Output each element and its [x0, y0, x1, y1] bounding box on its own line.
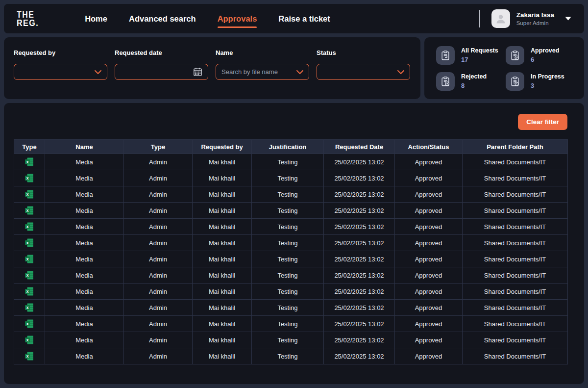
svg-text:x: x: [26, 289, 29, 294]
col-requested-date: Requested Date: [324, 140, 395, 154]
clipboard-progress-icon: [506, 72, 524, 91]
stat-text: Rejected 8: [461, 73, 487, 89]
requested-by-cell: Mai khalil: [193, 170, 252, 186]
filter-status: Status: [317, 49, 410, 99]
excel-file-icon: x: [24, 238, 34, 248]
table-toolbar: Clear filter: [14, 114, 574, 130]
requested-by-select[interactable]: [14, 64, 107, 80]
table-row[interactable]: x Media Admin Mai khalil Testing 25/02/2…: [14, 170, 568, 186]
excel-file-icon: x: [24, 286, 34, 296]
justification-cell: Testing: [252, 219, 324, 235]
requested-date-input[interactable]: [115, 64, 208, 80]
type-cell: Admin: [124, 267, 193, 284]
file-type-cell: x: [14, 186, 45, 203]
requested-date-cell: 25/02/2025 13:02: [324, 348, 395, 364]
stat-label: Rejected: [461, 73, 487, 80]
parent-folder-path-cell: Shared Documents/IT: [463, 300, 568, 316]
clear-filter-button[interactable]: Clear filter: [518, 114, 567, 130]
name-cell: Media: [45, 203, 124, 219]
type-cell: Admin: [124, 332, 193, 348]
col-requested-by: Requested by: [193, 140, 252, 154]
justification-cell: Testing: [252, 300, 324, 316]
nav-item-approvals[interactable]: Approvals: [218, 14, 257, 24]
name-cell: Media: [45, 284, 124, 300]
user-name: Zakaria Issa: [516, 11, 554, 19]
requested-by-label: Requested by: [14, 49, 107, 56]
requested-date-cell: 25/02/2025 13:02: [324, 203, 395, 219]
requested-by-cell: Mai khalil: [193, 186, 252, 203]
svg-text:x: x: [26, 176, 29, 181]
brand-logo[interactable]: THE REG.: [17, 10, 39, 27]
caret-down-icon[interactable]: [565, 17, 571, 21]
parent-folder-path-cell: Shared Documents/IT: [463, 203, 568, 219]
nav-item-home[interactable]: Home: [85, 14, 107, 24]
col-name: Name: [45, 140, 124, 154]
requested-date-cell: 25/02/2025 13:02: [324, 316, 395, 332]
nav-item-advanced-search[interactable]: Advanced search: [129, 14, 196, 24]
stats-panel: All Requests 17 Approved 6: [424, 37, 584, 99]
file-type-cell: x: [14, 170, 45, 186]
table-row[interactable]: x Media Admin Mai khalil Testing 25/02/2…: [14, 154, 568, 170]
status-cell: Approved: [395, 284, 463, 300]
status-cell: Approved: [395, 348, 463, 364]
status-select[interactable]: [317, 64, 410, 80]
table-row[interactable]: x Media Admin Mai khalil Testing 25/02/2…: [14, 284, 568, 300]
excel-file-icon: x: [24, 270, 34, 280]
justification-cell: Testing: [252, 332, 324, 348]
col-type-icon: Type: [14, 140, 45, 154]
excel-file-icon: x: [24, 319, 34, 329]
requested-by-cell: Mai khalil: [193, 316, 252, 332]
approvals-table: Type Name Type Requested by Justificatio…: [14, 139, 568, 364]
type-cell: Admin: [124, 235, 193, 251]
table-row[interactable]: x Media Admin Mai khalil Testing 25/02/2…: [14, 186, 568, 203]
type-cell: Admin: [124, 203, 193, 219]
type-cell: Admin: [124, 348, 193, 364]
name-search-input[interactable]: [221, 68, 294, 76]
status-cell: Approved: [395, 300, 463, 316]
table-row[interactable]: x Media Admin Mai khalil Testing 25/02/2…: [14, 332, 568, 348]
justification-cell: Testing: [252, 284, 324, 300]
svg-text:x: x: [26, 354, 29, 359]
calendar-icon: [193, 67, 202, 77]
justification-cell: Testing: [252, 235, 324, 251]
svg-text:x: x: [26, 305, 29, 310]
excel-file-icon: x: [24, 157, 34, 167]
stat-all-requests: All Requests 17: [436, 45, 503, 65]
svg-text:x: x: [26, 337, 29, 342]
file-type-cell: x: [14, 219, 45, 235]
status-cell: Approved: [395, 219, 463, 235]
svg-text:x: x: [26, 273, 29, 278]
name-cell: Media: [45, 348, 124, 364]
file-type-cell: x: [14, 235, 45, 251]
stat-label: Approved: [531, 47, 559, 54]
stat-count: 3: [531, 82, 564, 89]
requested-by-cell: Mai khalil: [193, 332, 252, 348]
table-row[interactable]: x Media Admin Mai khalil Testing 25/02/2…: [14, 251, 568, 267]
table-row[interactable]: x Media Admin Mai khalil Testing 25/02/2…: [14, 219, 568, 235]
stat-approved: Approved 6: [506, 45, 572, 65]
parent-folder-path-cell: Shared Documents/IT: [463, 170, 568, 186]
parent-folder-path-cell: Shared Documents/IT: [463, 154, 568, 170]
excel-file-icon: x: [24, 351, 34, 361]
requested-by-cell: Mai khalil: [193, 348, 252, 364]
status-cell: Approved: [395, 186, 463, 203]
justification-cell: Testing: [252, 186, 324, 203]
stat-count: 17: [461, 56, 498, 63]
type-cell: Admin: [124, 219, 193, 235]
stat-text: In Progress 3: [531, 73, 564, 89]
table-row[interactable]: x Media Admin Mai khalil Testing 25/02/2…: [14, 235, 568, 251]
nav-item-raise-a-ticket[interactable]: Raise a ticket: [278, 14, 330, 24]
name-search-combo[interactable]: [216, 64, 309, 80]
top-navbar: THE REG. Home Advanced search Approvals …: [4, 4, 584, 33]
brand-logo-line1: THE: [17, 10, 39, 19]
table-row[interactable]: x Media Admin Mai khalil Testing 25/02/2…: [14, 316, 568, 332]
justification-cell: Testing: [252, 170, 324, 186]
table-row[interactable]: x Media Admin Mai khalil Testing 25/02/2…: [14, 348, 568, 364]
table-row[interactable]: x Media Admin Mai khalil Testing 25/02/2…: [14, 300, 568, 316]
requested-date-cell: 25/02/2025 13:02: [324, 170, 395, 186]
table-row[interactable]: x Media Admin Mai khalil Testing 25/02/2…: [14, 203, 568, 219]
stat-label: All Requests: [461, 47, 498, 54]
type-cell: Admin: [124, 251, 193, 267]
table-row[interactable]: x Media Admin Mai khalil Testing 25/02/2…: [14, 267, 568, 284]
avatar[interactable]: [491, 9, 510, 28]
